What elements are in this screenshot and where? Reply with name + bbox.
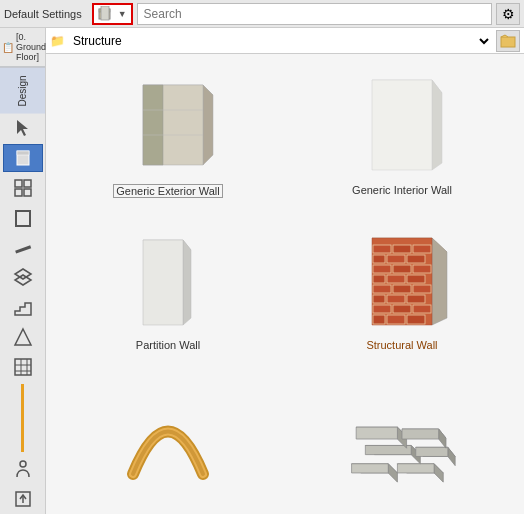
folder-browse-icon [500,34,516,48]
svg-marker-3 [17,120,28,136]
svg-point-23 [20,461,26,467]
category-select[interactable]: Structure [69,30,492,52]
folder-icon: 📁 [50,34,65,48]
top-bar: Default Settings ▼ ⚙ [0,0,524,28]
wall-svg-partition [123,230,213,330]
app-title: Default Settings [4,8,82,20]
door-tool-button[interactable] [3,204,43,232]
main-layout: 📋 [0. Ground Floor] Design [0,28,524,514]
svg-marker-77 [416,447,448,456]
door-icon [13,208,33,228]
svg-rect-10 [15,210,31,212]
svg-marker-76 [448,447,455,465]
svg-marker-68 [352,463,389,472]
svg-rect-65 [407,315,425,324]
list-item[interactable] [290,373,514,504]
grid-tool-button[interactable] [3,174,43,202]
search-input[interactable] [137,3,492,25]
svg-rect-48 [373,265,391,273]
item-image-structural-wall [342,225,462,335]
svg-rect-62 [413,305,431,313]
svg-marker-28 [203,85,213,165]
svg-rect-2 [101,6,109,20]
layers-tool-button[interactable] [3,264,43,292]
svg-rect-52 [387,275,405,283]
svg-rect-44 [413,245,431,253]
list-item[interactable]: Partition Wall [56,219,280,362]
svg-rect-9 [24,189,31,196]
folder-browse-button[interactable] [496,30,520,52]
svg-marker-71 [397,463,434,472]
list-item[interactable]: Generic Exterior Wall [56,64,280,209]
svg-marker-34 [432,80,442,170]
svg-rect-59 [407,295,425,303]
item-image-generic-exterior-wall [108,70,228,180]
layers-icon [13,267,33,287]
item-image-generic-interior-wall [342,70,462,180]
items-grid: Generic Exterior Wall Generic Interior W… [46,54,524,514]
svg-marker-82 [439,429,446,448]
wall-svg-curved [113,379,223,489]
wall-svg-interior [357,75,447,175]
slant-tool-button[interactable] [3,234,43,262]
svg-rect-55 [393,285,411,293]
svg-marker-17 [15,329,31,345]
settings-button[interactable]: ⚙ [496,3,520,25]
wall-svg-structural [347,230,457,330]
svg-rect-7 [24,180,31,187]
table-icon [13,357,33,377]
select-icon [13,118,33,138]
item-label-partition-wall: Partition Wall [136,339,200,351]
svg-marker-74 [365,445,411,454]
dropdown-arrow-icon: ▼ [118,9,127,19]
svg-marker-35 [372,80,432,170]
svg-rect-5 [17,151,29,155]
svg-marker-70 [434,463,443,481]
export-tool-button[interactable] [3,485,43,513]
svg-marker-80 [356,427,397,439]
svg-rect-26 [501,37,515,47]
svg-rect-63 [373,315,385,324]
svg-marker-30 [143,85,163,165]
category-bar: 📁 Structure [46,28,524,54]
wall-svg-block [347,384,457,484]
triangle-tool-button[interactable] [3,323,43,351]
svg-rect-56 [413,285,431,293]
floor-label: 📋 [0. Ground Floor] [0,28,45,67]
item-image-block-wall [342,379,462,489]
stairs-icon [13,297,33,317]
svg-rect-54 [373,285,391,293]
svg-rect-49 [393,265,411,273]
svg-rect-43 [393,245,411,253]
content-area: 📁 Structure [46,28,524,514]
person-tool-button[interactable] [3,455,43,483]
wall-tool-button[interactable]: ▼ [92,3,133,25]
list-item[interactable] [56,373,280,504]
wall-tool-icon [98,6,116,22]
svg-marker-38 [143,240,183,325]
svg-rect-18 [15,359,31,375]
gear-icon: ⚙ [502,6,515,22]
svg-rect-6 [15,180,22,187]
svg-rect-57 [373,295,385,303]
svg-rect-47 [407,255,425,263]
list-item[interactable]: Structural Wall [290,219,514,362]
select-tool-button[interactable] [3,115,43,143]
wall-svg-exterior [113,75,223,175]
table-tool-button[interactable] [3,353,43,381]
item-image-partition-wall [108,225,228,335]
floor-icon: 📋 [2,42,14,53]
export-icon [13,489,33,509]
svg-marker-40 [432,238,447,325]
svg-rect-58 [387,295,405,303]
list-item[interactable]: Generic Interior Wall [290,64,514,209]
svg-rect-14 [15,245,31,253]
svg-rect-64 [387,315,405,324]
item-label-structural-wall: Structural Wall [366,339,437,351]
grid-icon [13,178,33,198]
svg-marker-15 [15,269,31,279]
svg-rect-60 [373,305,391,313]
svg-rect-42 [373,245,391,253]
wall-tool-sidebar-button[interactable] [3,144,43,172]
stairs-tool-button[interactable] [3,293,43,321]
